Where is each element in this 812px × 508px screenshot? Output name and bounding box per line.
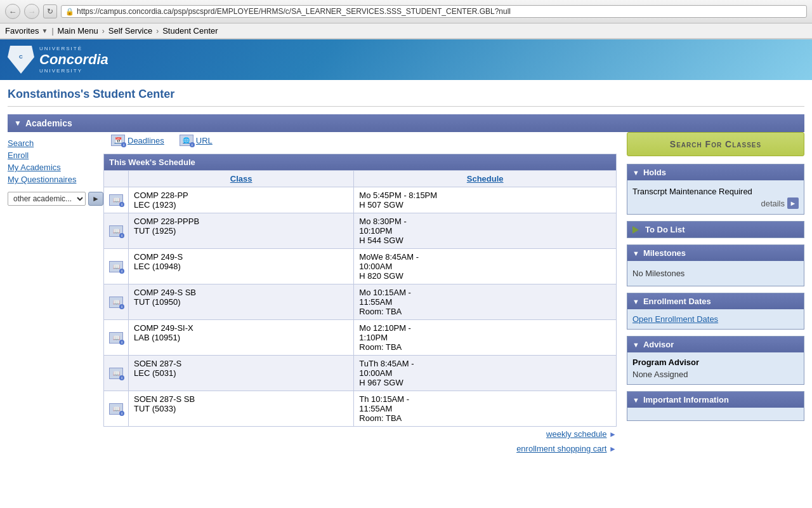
table-row: 📖 i SOEN 287-S LEC (5031) TuTh 8:45AM -1… (104, 356, 617, 391)
weekly-schedule-link[interactable]: weekly schedule (546, 429, 606, 439)
holds-title: Holds (643, 168, 666, 177)
search-for-classes-button[interactable]: Search For Classes (627, 132, 804, 156)
enrollment-dates-title: Enrollment Dates (643, 297, 711, 306)
table-row: 📖 i COMP 228-PPPB TUT (1925) Mo 8:30PM -… (104, 213, 617, 249)
class-icon[interactable]: 📖 i (109, 368, 123, 379)
class-info-dot: i (119, 202, 124, 207)
details-link[interactable]: details ► (632, 197, 799, 209)
open-enrollment-dates-link[interactable]: Open Enrollment Dates (632, 314, 718, 324)
class-icon-cell: 📖 i (104, 284, 129, 320)
class-name-cell: COMP 228-PPPB TUT (1925) (129, 213, 354, 249)
class-name-cell: COMP 228-PP LEC (1923) (129, 187, 354, 213)
class-location: H 820 SGW (359, 271, 611, 281)
advisor-collapse-arrow[interactable]: ▼ (632, 341, 639, 349)
advisor-body: Program Advisor None Assigned (627, 352, 804, 384)
nav-link-search[interactable]: Search (8, 137, 103, 149)
refresh-button[interactable]: ↻ (43, 4, 57, 18)
class-info-dot: i (119, 340, 124, 345)
class-schedule: Mo 8:30PM -10:10PM (359, 217, 611, 236)
class-type: LEC (1923) (134, 200, 348, 210)
class-name: COMP 228-PPPB (134, 217, 348, 226)
holds-widget: ▼ Holds Transcrpt Maintenance Required d… (627, 164, 804, 215)
enrollment-dates-widget: ▼ Enrollment Dates Open Enrollment Dates (627, 293, 804, 330)
class-icon-cell: 📖 i (104, 320, 129, 356)
class-location: Room: TBA (359, 307, 611, 316)
table-row: 📖 i COMP 249-S SB TUT (10950) Mo 10:15AM… (104, 284, 617, 320)
class-location: Room: TBA (359, 413, 611, 423)
browser-toolbar: ← → ↻ 🔒 https://campus.concordia.ca/psp/… (0, 0, 812, 23)
address-bar[interactable]: 🔒 https://campus.concordia.ca/psp/pscspr… (61, 5, 807, 18)
nav-link-my-academics[interactable]: My Academics (8, 161, 103, 173)
right-panel: Search For Classes ▼ Holds Transcrpt Mai… (627, 132, 804, 456)
class-schedule: Mo 5:45PM - 8:15PM (359, 190, 611, 200)
url-info-dot: i (190, 142, 195, 147)
logo-text: UNIVERSITÉ Concordia UNIVERSITY (39, 46, 108, 74)
class-icon[interactable]: 📖 i (109, 261, 123, 272)
advisor-value: None Assigned (632, 370, 799, 379)
go-button[interactable]: ► (88, 192, 103, 206)
todo-play-icon[interactable] (632, 226, 639, 234)
schedule-title-row: This Week's Schedule (104, 154, 617, 171)
deadlines-label: Deadlines (128, 136, 164, 145)
forward-button[interactable]: → (24, 4, 39, 19)
class-type: LEC (5031) (134, 368, 348, 378)
class-name: SOEN 287-S (134, 359, 348, 368)
class-type: TUT (1925) (134, 226, 348, 236)
academics-collapse-arrow[interactable]: ▼ (14, 119, 22, 128)
table-row: 📖 i COMP 249-SI-X LAB (10951) Mo 12:10PM… (104, 320, 617, 356)
class-icon[interactable]: 📖 i (109, 297, 123, 308)
other-academic-container: other academic... ► (8, 192, 103, 206)
schedule-cell: MoWe 8:45AM -10:00AM H 820 SGW (354, 249, 617, 284)
class-type: TUT (5033) (134, 404, 348, 413)
todo-header: To Do List (627, 222, 804, 237)
advisor-header: ▼ Advisor (627, 337, 804, 352)
class-icon[interactable]: 📖 i (109, 225, 123, 237)
class-schedule: Th 10:15AM -11:55AM (359, 394, 611, 413)
class-info-dot: i (119, 269, 124, 274)
class-schedule: Mo 10:15AM -11:55AM (359, 288, 611, 307)
table-row: 📖 i COMP 249-S LEC (10948) MoWe 8:45AM -… (104, 249, 617, 284)
enrollment-dates-collapse-arrow[interactable]: ▼ (632, 298, 639, 305)
class-rows: 📖 i COMP 228-PP LEC (1923) Mo 5:45PM - 8… (104, 187, 617, 427)
footer-links: weekly schedule ► (103, 427, 617, 441)
nav-link-enroll[interactable]: Enroll (8, 149, 103, 161)
other-academic-select[interactable]: other academic... (8, 192, 86, 206)
class-col-header[interactable]: Class (230, 174, 252, 184)
back-button[interactable]: ← (5, 4, 20, 19)
nav-favorites[interactable]: Favorites (5, 26, 39, 36)
holds-text: Transcrpt Maintenance Required (632, 185, 799, 197)
url-tab[interactable]: 🌐 i URL (172, 132, 220, 149)
lock-icon: 🔒 (65, 8, 74, 16)
class-icon-cell: 📖 i (104, 187, 129, 213)
class-info-dot: i (119, 375, 124, 380)
milestones-collapse-arrow[interactable]: ▼ (632, 250, 639, 257)
important-info-title: Important Information (643, 395, 729, 404)
nav-self-service[interactable]: Self Service (108, 26, 152, 36)
class-info-dot: i (119, 233, 124, 238)
nav-student-center[interactable]: Student Center (162, 26, 218, 36)
concordia-header: C UNIVERSITÉ Concordia UNIVERSITY (0, 39, 812, 80)
deadlines-info-dot: i (121, 142, 126, 147)
enrollment-dates-header: ▼ Enrollment Dates (627, 293, 804, 309)
holds-collapse-arrow[interactable]: ▼ (632, 169, 639, 177)
class-icon[interactable]: 📖 i (109, 194, 123, 206)
nav-link-my-questionnaires[interactable]: My Questionnaires (8, 173, 103, 185)
class-icon-cell: 📖 i (104, 356, 129, 391)
class-location: H 507 SGW (359, 200, 611, 210)
favorites-dropdown[interactable]: ▼ (41, 27, 48, 34)
academics-label: Academics (25, 118, 72, 128)
enrollment-cart-link[interactable]: enrollment shopping cart (516, 444, 606, 453)
content-area: 📅 i Deadlines 🌐 i URL (103, 132, 804, 456)
deadlines-tab[interactable]: 📅 i Deadlines (103, 132, 172, 149)
nav-main-menu[interactable]: Main Menu (58, 26, 98, 36)
schedule-col-header[interactable]: Schedule (467, 174, 504, 184)
url-label: URL (196, 136, 213, 145)
class-info-dot: i (119, 304, 124, 309)
class-type: LEC (10948) (134, 262, 348, 271)
advisor-title: Advisor (643, 340, 674, 349)
class-icon[interactable]: 📖 i (109, 403, 123, 415)
class-icon[interactable]: 📖 i (109, 332, 123, 344)
important-info-collapse-arrow[interactable]: ▼ (632, 396, 639, 404)
logo-container: C UNIVERSITÉ Concordia UNIVERSITY (8, 44, 108, 75)
important-info-widget: ▼ Important Information (627, 391, 804, 421)
